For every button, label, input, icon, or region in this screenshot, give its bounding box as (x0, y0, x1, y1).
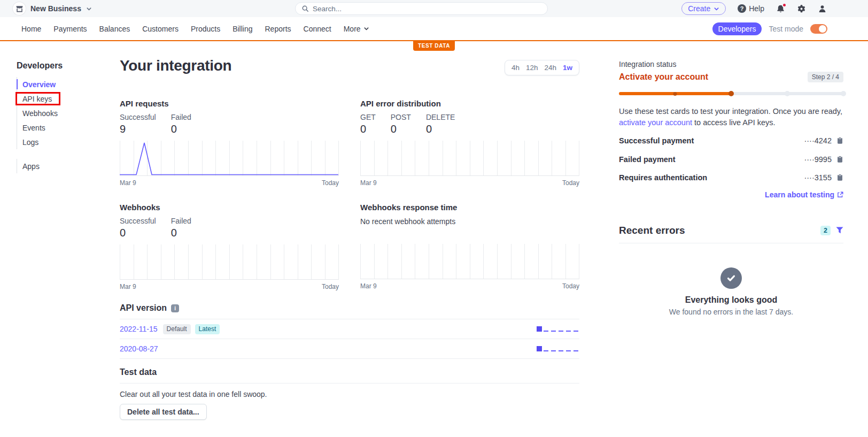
progress-dot (841, 91, 846, 96)
x-axis-end: Today (322, 283, 339, 290)
webhooks-chart (120, 244, 339, 280)
stat-label: GET (360, 113, 376, 121)
webhooks-card: Webhooks Successful 0 Failed 0 Mar 9 Tod… (120, 202, 339, 290)
test-card-row: Failed payment ····9995 (619, 150, 843, 169)
version-link[interactable]: 2020-08-27 (120, 344, 158, 353)
info-icon[interactable]: i (171, 304, 179, 312)
line-series (120, 141, 339, 176)
nav-item-customers[interactable]: Customers (142, 25, 179, 33)
range-option-24h[interactable]: 24h (541, 64, 560, 72)
business-name: New Business (30, 4, 81, 13)
nav-item-reports[interactable]: Reports (265, 25, 291, 33)
funnel-icon[interactable] (836, 227, 843, 234)
business-switcher[interactable]: New Business (13, 0, 92, 17)
nav-item-home[interactable]: Home (21, 25, 41, 33)
test-mode-toggle[interactable] (810, 24, 827, 34)
stat-label: Successful (120, 113, 156, 121)
sidebar-item-logs[interactable]: Logs (17, 135, 102, 149)
api-requests-chart (120, 141, 339, 176)
sidebar-item-apps[interactable]: Apps (17, 159, 102, 173)
nav-item-more[interactable]: More (344, 25, 369, 33)
default-badge: Default (163, 324, 191, 334)
learn-link-label: Learn about testing (765, 190, 834, 199)
stat-value: 0 (120, 226, 156, 239)
progress-bar (619, 91, 843, 96)
topbar: New Business Create ? Help (0, 0, 868, 17)
search-input[interactable] (313, 5, 541, 13)
sidebar-item-label: Logs (22, 138, 38, 147)
stat-value: 0 (171, 226, 191, 239)
x-axis-start: Mar 9 (120, 179, 136, 187)
integration-status-label: Integration status (619, 60, 843, 68)
chevron-down-icon (714, 6, 719, 12)
stat-value: 0 (360, 122, 376, 135)
x-axis-start: Mar 9 (360, 282, 377, 290)
range-option-12h[interactable]: 12h (523, 64, 541, 72)
search-icon (301, 5, 309, 12)
developers-pill-button[interactable]: Developers (712, 22, 762, 35)
create-button[interactable]: Create (681, 2, 726, 15)
card-number: ····4242 (804, 136, 832, 145)
clipboard-icon[interactable] (836, 174, 843, 181)
latest-badge: Latest (195, 324, 220, 334)
stat-label: POST (391, 113, 411, 121)
stat-label: Failed (171, 217, 191, 225)
api-version-section: API version i 2022-11-15 Default Latest … (120, 303, 579, 359)
nav-item-payments[interactable]: Payments (53, 25, 87, 33)
description-text: Use these test cards to test your integr… (619, 107, 842, 116)
progress-dot (728, 91, 734, 96)
webhooks-response-chart (360, 244, 579, 279)
api-version-row: 2020-08-27 (120, 339, 579, 359)
sparkline-dashes (544, 331, 579, 332)
progress-dot (785, 91, 790, 96)
chevron-down-icon (363, 26, 369, 32)
sparkline-bar (537, 346, 542, 351)
nav-more-label: More (344, 25, 361, 33)
version-link[interactable]: 2022-11-15 (120, 325, 158, 333)
test-data-section: Test data Clear out all your test data i… (120, 367, 579, 420)
x-axis-start: Mar 9 (360, 179, 377, 187)
toggle-knob (819, 25, 826, 33)
notification-dot (782, 3, 787, 7)
delete-test-data-button[interactable]: Delete all test data... (120, 404, 207, 420)
sidebar-item-webhooks[interactable]: Webhooks (17, 106, 102, 120)
test-card-label: Requires authentication (619, 173, 707, 182)
divider (619, 243, 843, 243)
card-title: API error distribution (360, 98, 579, 109)
nav-item-connect[interactable]: Connect (304, 25, 331, 33)
api-version-row: 2022-11-15 Default Latest (120, 319, 579, 339)
sidebar-item-events[interactable]: Events (17, 120, 102, 135)
sidebar-item-label: Webhooks (22, 109, 58, 118)
search-bar[interactable] (295, 2, 548, 15)
range-option-1w[interactable]: 1w (560, 64, 576, 72)
activate-account-link[interactable]: activate your account (619, 118, 692, 127)
settings-button[interactable] (797, 4, 806, 13)
sidebar-item-overview[interactable]: Overview (17, 77, 102, 91)
stat-failed: Failed 0 (171, 113, 191, 135)
nav-item-billing[interactable]: Billing (232, 25, 252, 33)
usage-sparkline (537, 346, 579, 351)
main-content: Your integration 4h 12h 24h 1w API reque… (120, 57, 579, 431)
empty-state-description: We found no errors in the last 7 days. (619, 308, 843, 316)
nav-item-products[interactable]: Products (191, 25, 220, 33)
clipboard-icon[interactable] (836, 156, 843, 163)
sidebar-item-api-keys[interactable]: API keys (17, 91, 102, 106)
help-button[interactable]: ? Help (738, 4, 764, 13)
sidebar-heading: Developers (17, 61, 102, 71)
profile-button[interactable] (818, 4, 827, 13)
nav-item-balances[interactable]: Balances (99, 25, 130, 33)
clipboard-icon[interactable] (836, 137, 843, 144)
stat-value: 0 (391, 122, 411, 135)
learn-about-testing-link[interactable]: Learn about testing (765, 190, 843, 199)
notifications-button[interactable] (776, 4, 785, 13)
stat-label: DELETE (426, 113, 455, 121)
card-number: ····9995 (804, 155, 832, 164)
card-title: Webhooks response time (360, 202, 579, 213)
range-option-4h[interactable]: 4h (508, 64, 523, 72)
developers-sidebar: Developers Overview API keys Webhooks Ev… (17, 61, 102, 173)
test-card-label: Successful payment (619, 136, 694, 145)
test-cards-description: Use these test cards to test your integr… (619, 106, 843, 128)
external-link-icon (837, 191, 843, 198)
recent-errors-section: Recent errors 2 Everything looks good We… (619, 225, 843, 316)
stat-value: 9 (120, 122, 156, 135)
